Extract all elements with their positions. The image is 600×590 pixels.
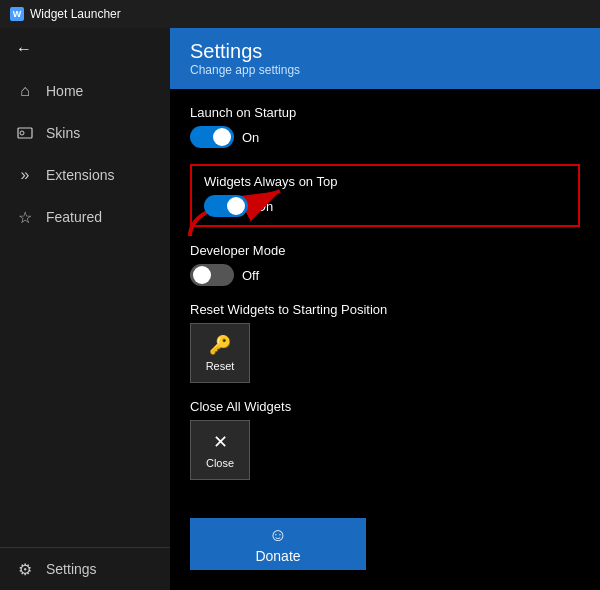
close-widgets-row: Close All Widgets ✕ Close	[190, 399, 580, 480]
widgets-on-top-toggle-thumb	[227, 197, 245, 215]
home-icon: ⌂	[16, 82, 34, 100]
widgets-on-top-toggle[interactable]	[204, 195, 248, 217]
settings-body: Launch on Startup On Widgets Always on T…	[170, 89, 600, 502]
developer-mode-row: Developer Mode Off	[190, 243, 580, 286]
reset-button[interactable]: 🔑 Reset	[190, 323, 250, 383]
sidebar-item-home[interactable]: ⌂ Home	[0, 70, 170, 112]
page-subtitle: Change app settings	[190, 63, 580, 77]
donate-button[interactable]: ☺ Donate	[190, 518, 366, 570]
back-button[interactable]: ←	[0, 28, 170, 70]
title-bar: W Widget Launcher	[0, 0, 600, 28]
close-widgets-button[interactable]: ✕ Close	[190, 420, 250, 480]
reset-button-label: Reset	[206, 360, 235, 372]
sidebar-item-settings-label: Settings	[46, 561, 97, 577]
sidebar-item-skins-label: Skins	[46, 125, 80, 141]
sidebar-item-featured-label: Featured	[46, 209, 102, 225]
toggle-thumb	[213, 128, 231, 146]
content-header: Settings Change app settings	[170, 28, 600, 89]
close-icon: ✕	[213, 431, 228, 453]
developer-mode-toggle-container: Off	[190, 264, 580, 286]
donate-icon: ☺	[269, 525, 287, 546]
launch-startup-toggle[interactable]	[190, 126, 234, 148]
sidebar-item-skins[interactable]: Skins	[0, 112, 170, 154]
reset-label: Reset Widgets to Starting Position	[190, 302, 580, 317]
donate-section: ☺ Donate	[170, 502, 600, 590]
widgets-on-top-highlight: Widgets Always on Top On	[190, 164, 580, 227]
sidebar-item-extensions-label: Extensions	[46, 167, 114, 183]
page-title: Settings	[190, 40, 580, 63]
skins-icon	[16, 124, 34, 142]
sidebar-item-settings[interactable]: ⚙ Settings	[0, 548, 170, 590]
sidebar-bottom: ⚙ Settings	[0, 547, 170, 590]
settings-icon: ⚙	[16, 560, 34, 578]
app-icon: W	[10, 7, 24, 21]
widgets-on-top-toggle-container: On	[204, 195, 566, 217]
developer-mode-toggle[interactable]	[190, 264, 234, 286]
close-widgets-label: Close All Widgets	[190, 399, 580, 414]
donate-label: Donate	[255, 548, 300, 564]
sidebar-item-extensions[interactable]: » Extensions	[0, 154, 170, 196]
developer-mode-toggle-thumb	[193, 266, 211, 284]
launch-startup-toggle-container: On	[190, 126, 580, 148]
widgets-on-top-label: Widgets Always on Top	[204, 174, 566, 189]
sidebar: ← ⌂ Home Skins » Extensions ☆ Featured ⚙	[0, 28, 170, 590]
launch-startup-toggle-text: On	[242, 130, 259, 145]
title-bar-label: Widget Launcher	[30, 7, 121, 21]
launch-startup-row: Launch on Startup On	[190, 105, 580, 148]
sidebar-item-featured[interactable]: ☆ Featured	[0, 196, 170, 238]
sidebar-item-home-label: Home	[46, 83, 83, 99]
widgets-on-top-toggle-text: On	[256, 199, 273, 214]
launch-startup-label: Launch on Startup	[190, 105, 580, 120]
app-body: ← ⌂ Home Skins » Extensions ☆ Featured ⚙	[0, 28, 600, 590]
reset-row: Reset Widgets to Starting Position 🔑 Res…	[190, 302, 580, 383]
svg-point-1	[20, 131, 24, 135]
featured-icon: ☆	[16, 208, 34, 226]
close-button-label: Close	[206, 457, 234, 469]
content-area: Settings Change app settings Launch on S…	[170, 28, 600, 590]
developer-mode-toggle-text: Off	[242, 268, 259, 283]
extensions-icon: »	[16, 166, 34, 184]
developer-mode-label: Developer Mode	[190, 243, 580, 258]
reset-icon: 🔑	[209, 334, 231, 356]
